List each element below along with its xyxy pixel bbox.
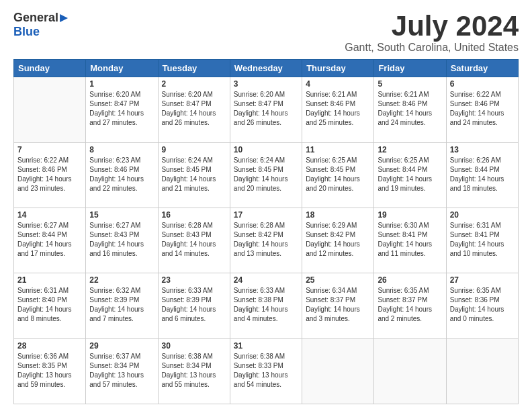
day-number: 29 xyxy=(89,341,154,351)
day-info: Sunrise: 6:35 AM Sunset: 8:36 PM Dayligh… xyxy=(450,286,515,324)
day-number: 28 xyxy=(17,341,82,351)
day-info: Sunrise: 6:32 AM Sunset: 8:39 PM Dayligh… xyxy=(89,286,154,324)
table-row xyxy=(302,338,374,404)
day-number: 10 xyxy=(234,145,298,154)
day-number: 23 xyxy=(162,275,226,285)
day-info: Sunrise: 6:21 AM Sunset: 8:46 PM Dayligh… xyxy=(306,90,370,128)
day-info: Sunrise: 6:25 AM Sunset: 8:45 PM Dayligh… xyxy=(306,156,370,193)
day-info: Sunrise: 6:38 AM Sunset: 8:34 PM Dayligh… xyxy=(162,352,226,390)
calendar-week-row: 7Sunrise: 6:22 AM Sunset: 8:46 PM Daylig… xyxy=(14,142,519,208)
day-number: 18 xyxy=(306,210,370,220)
table-row: 20Sunrise: 6:31 AM Sunset: 8:41 PM Dayli… xyxy=(446,208,518,273)
day-number: 3 xyxy=(234,79,298,89)
day-info: Sunrise: 6:23 AM Sunset: 8:46 PM Dayligh… xyxy=(89,156,154,193)
day-number: 7 xyxy=(17,145,82,154)
day-number: 19 xyxy=(378,210,442,220)
day-number: 12 xyxy=(378,145,442,154)
table-row: 8Sunrise: 6:23 AM Sunset: 8:46 PM Daylig… xyxy=(86,142,158,208)
day-number: 27 xyxy=(450,275,515,285)
table-row: 31Sunrise: 6:38 AM Sunset: 8:33 PM Dayli… xyxy=(230,338,302,404)
day-number: 25 xyxy=(306,275,370,285)
table-row xyxy=(14,77,86,142)
logo-text: General xyxy=(13,11,68,25)
col-tuesday: Tuesday xyxy=(158,60,230,77)
table-row: 26Sunrise: 6:35 AM Sunset: 8:37 PM Dayli… xyxy=(374,273,446,338)
col-saturday: Saturday xyxy=(446,60,518,77)
table-row: 23Sunrise: 6:33 AM Sunset: 8:39 PM Dayli… xyxy=(158,273,230,338)
table-row: 16Sunrise: 6:28 AM Sunset: 8:43 PM Dayli… xyxy=(158,208,230,273)
day-info: Sunrise: 6:27 AM Sunset: 8:44 PM Dayligh… xyxy=(17,221,82,259)
day-info: Sunrise: 6:36 AM Sunset: 8:35 PM Dayligh… xyxy=(17,352,82,390)
table-row: 13Sunrise: 6:26 AM Sunset: 8:44 PM Dayli… xyxy=(446,142,518,208)
day-info: Sunrise: 6:37 AM Sunset: 8:34 PM Dayligh… xyxy=(89,352,154,390)
table-row: 30Sunrise: 6:38 AM Sunset: 8:34 PM Dayli… xyxy=(158,338,230,404)
table-row: 19Sunrise: 6:30 AM Sunset: 8:41 PM Dayli… xyxy=(374,208,446,273)
table-row: 1Sunrise: 6:20 AM Sunset: 8:47 PM Daylig… xyxy=(86,77,158,142)
day-info: Sunrise: 6:27 AM Sunset: 8:43 PM Dayligh… xyxy=(89,221,154,259)
day-info: Sunrise: 6:28 AM Sunset: 8:43 PM Dayligh… xyxy=(162,221,226,259)
day-number: 22 xyxy=(89,275,154,285)
logo: General Blue xyxy=(13,11,68,39)
table-row: 22Sunrise: 6:32 AM Sunset: 8:39 PM Dayli… xyxy=(86,273,158,338)
day-number: 14 xyxy=(17,210,82,220)
subtitle: Gantt, South Carolina, United States xyxy=(345,42,519,54)
col-thursday: Thursday xyxy=(302,60,374,77)
day-number: 13 xyxy=(450,145,515,154)
table-row: 24Sunrise: 6:33 AM Sunset: 8:38 PM Dayli… xyxy=(230,273,302,338)
calendar-week-row: 14Sunrise: 6:27 AM Sunset: 8:44 PM Dayli… xyxy=(14,208,519,273)
col-friday: Friday xyxy=(374,60,446,77)
table-row: 25Sunrise: 6:34 AM Sunset: 8:37 PM Dayli… xyxy=(302,273,374,338)
day-info: Sunrise: 6:20 AM Sunset: 8:47 PM Dayligh… xyxy=(162,90,226,128)
table-row: 14Sunrise: 6:27 AM Sunset: 8:44 PM Dayli… xyxy=(14,208,86,273)
calendar-week-row: 21Sunrise: 6:31 AM Sunset: 8:40 PM Dayli… xyxy=(14,273,519,338)
day-info: Sunrise: 6:30 AM Sunset: 8:41 PM Dayligh… xyxy=(378,221,442,259)
col-sunday: Sunday xyxy=(14,60,86,77)
table-row: 11Sunrise: 6:25 AM Sunset: 8:45 PM Dayli… xyxy=(302,142,374,208)
day-info: Sunrise: 6:33 AM Sunset: 8:38 PM Dayligh… xyxy=(234,286,298,324)
day-number: 1 xyxy=(89,79,154,89)
table-row: 3Sunrise: 6:20 AM Sunset: 8:47 PM Daylig… xyxy=(230,77,302,142)
table-row: 6Sunrise: 6:22 AM Sunset: 8:46 PM Daylig… xyxy=(446,77,518,142)
day-info: Sunrise: 6:29 AM Sunset: 8:42 PM Dayligh… xyxy=(306,221,370,259)
day-info: Sunrise: 6:31 AM Sunset: 8:40 PM Dayligh… xyxy=(17,286,82,324)
day-number: 17 xyxy=(234,210,298,220)
table-row xyxy=(374,338,446,404)
table-row: 17Sunrise: 6:28 AM Sunset: 8:42 PM Dayli… xyxy=(230,208,302,273)
calendar: Sunday Monday Tuesday Wednesday Thursday… xyxy=(13,59,519,404)
day-number: 5 xyxy=(378,79,442,89)
day-number: 11 xyxy=(306,145,370,154)
table-row: 4Sunrise: 6:21 AM Sunset: 8:46 PM Daylig… xyxy=(302,77,374,142)
day-info: Sunrise: 6:34 AM Sunset: 8:37 PM Dayligh… xyxy=(306,286,370,324)
day-info: Sunrise: 6:24 AM Sunset: 8:45 PM Dayligh… xyxy=(162,156,226,193)
day-info: Sunrise: 6:21 AM Sunset: 8:46 PM Dayligh… xyxy=(378,90,442,128)
table-row: 12Sunrise: 6:25 AM Sunset: 8:44 PM Dayli… xyxy=(374,142,446,208)
day-number: 24 xyxy=(234,275,298,285)
calendar-header-row: Sunday Monday Tuesday Wednesday Thursday… xyxy=(14,60,519,77)
table-row: 15Sunrise: 6:27 AM Sunset: 8:43 PM Dayli… xyxy=(86,208,158,273)
day-info: Sunrise: 6:22 AM Sunset: 8:46 PM Dayligh… xyxy=(450,90,515,128)
day-number: 20 xyxy=(450,210,515,220)
logo-blue-line: Blue xyxy=(13,25,40,39)
day-number: 21 xyxy=(17,275,82,285)
day-number: 8 xyxy=(89,145,154,154)
day-info: Sunrise: 6:24 AM Sunset: 8:45 PM Dayligh… xyxy=(234,156,298,193)
calendar-week-row: 1Sunrise: 6:20 AM Sunset: 8:47 PM Daylig… xyxy=(14,77,519,142)
day-number: 31 xyxy=(234,341,298,351)
col-wednesday: Wednesday xyxy=(230,60,302,77)
table-row xyxy=(446,338,518,404)
header: General Blue July 2024 Gantt, South Caro… xyxy=(13,11,519,54)
page: General Blue July 2024 Gantt, South Caro… xyxy=(0,0,532,411)
table-row: 5Sunrise: 6:21 AM Sunset: 8:46 PM Daylig… xyxy=(374,77,446,142)
day-number: 16 xyxy=(162,210,226,220)
day-number: 9 xyxy=(162,145,226,154)
day-info: Sunrise: 6:31 AM Sunset: 8:41 PM Dayligh… xyxy=(450,221,515,259)
day-info: Sunrise: 6:38 AM Sunset: 8:33 PM Dayligh… xyxy=(234,352,298,390)
day-number: 6 xyxy=(450,79,515,89)
table-row: 21Sunrise: 6:31 AM Sunset: 8:40 PM Dayli… xyxy=(14,273,86,338)
table-row: 2Sunrise: 6:20 AM Sunset: 8:47 PM Daylig… xyxy=(158,77,230,142)
table-row: 18Sunrise: 6:29 AM Sunset: 8:42 PM Dayli… xyxy=(302,208,374,273)
day-number: 4 xyxy=(306,79,370,89)
day-info: Sunrise: 6:26 AM Sunset: 8:44 PM Dayligh… xyxy=(450,156,515,193)
title-block: July 2024 Gantt, South Carolina, United … xyxy=(345,11,519,54)
main-title: July 2024 xyxy=(345,11,519,42)
